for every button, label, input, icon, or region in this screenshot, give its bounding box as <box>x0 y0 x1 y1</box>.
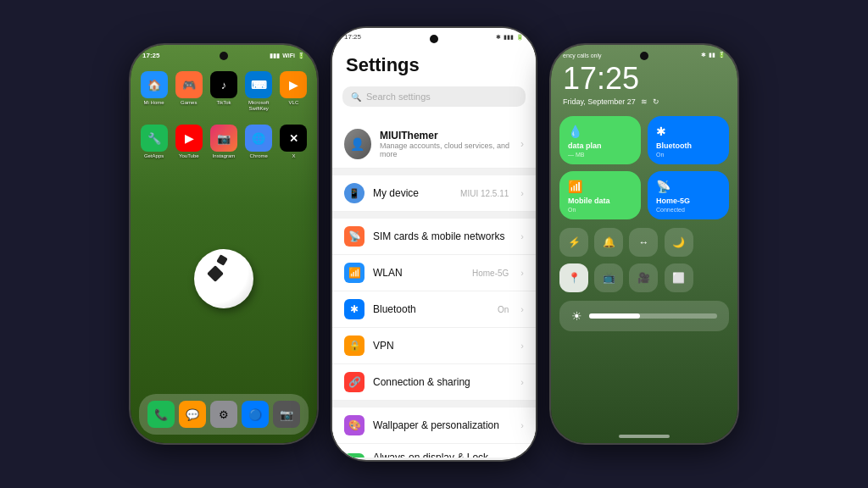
settings-title: Settings <box>332 44 536 81</box>
cc-tile-bluetooth[interactable]: ✱ Bluetooth On <box>648 116 729 164</box>
settings-screen: 17:25 ✱ ▮▮▮ 🔋 Settings 🔍 Search settings… <box>332 28 536 460</box>
app-youtube[interactable]: ▶ YouTube <box>174 125 203 159</box>
data-plan-sub: — MB <box>568 152 632 158</box>
settings-item-aod[interactable]: 🔆 Always-on display & Lock screen › <box>332 444 536 458</box>
settings-item-vpn[interactable]: 🔒 VPN › <box>332 328 536 364</box>
search-icon: 🔍 <box>351 92 361 102</box>
cc-refresh-icon[interactable]: ↻ <box>653 97 659 106</box>
profile-name: MIUIThemer <box>380 130 512 141</box>
brightness-bar[interactable] <box>589 313 717 319</box>
cc-tile-wifi[interactable]: 📡 Home-5G Connected <box>648 171 729 219</box>
device-item[interactable]: 📱 My device MIUI 12.5.11 › <box>332 175 536 212</box>
cc-screen-button[interactable]: 📺 <box>594 263 623 292</box>
cc-rotate-button[interactable]: ↔ <box>629 228 658 257</box>
app-swiftkey[interactable]: ⌨ Microsoft SwiftKey <box>244 71 274 111</box>
cc-time-display: 17:25 <box>551 60 737 97</box>
cc-media-buttons: 📍 📺 🎥 ⬜ <box>551 260 737 296</box>
cc-signal-text: ency calls only <box>563 53 602 58</box>
cc-dnd-button[interactable]: 🌙 <box>665 228 693 257</box>
app-icon-img: ▶ <box>280 71 307 98</box>
brightness-fill <box>589 313 640 319</box>
device-icon: 📱 <box>344 183 364 203</box>
sim-icon: 📡 <box>344 226 364 247</box>
sim-label: SIM cards & mobile networks <box>373 230 512 242</box>
wlan-icon: 📶 <box>344 263 364 283</box>
bluetooth-label: Bluetooth <box>373 303 489 315</box>
network-group: 📡 SIM cards & mobile networks › 📶 WLAN H… <box>332 219 536 401</box>
app-chrome[interactable]: 🌐 Chrome <box>244 125 274 159</box>
app-vlc[interactable]: ▶ VLC <box>279 71 309 111</box>
dock-messages[interactable]: 💬 <box>179 401 206 428</box>
cc-tile-data-plan[interactable]: 💧 data plan — MB <box>559 116 641 164</box>
cc-bluetooth-tile-sub: On <box>656 152 721 158</box>
wallpaper-icon: 🎨 <box>344 415 364 435</box>
settings-item-wlan[interactable]: 📶 WLAN Home-5G › <box>332 255 536 291</box>
app-games[interactable]: 🎮 Games <box>174 71 203 111</box>
data-plan-label: data plan <box>568 141 632 150</box>
app-icon-img: 🔧 <box>141 125 168 152</box>
wlan-value: Home-5G <box>472 269 509 278</box>
cc-bluetooth-icon: ✱ <box>701 52 706 58</box>
settings-item-connection[interactable]: 🔗 Connection & sharing › <box>332 364 536 401</box>
app-instagram[interactable]: 📷 Instagram <box>209 125 238 159</box>
app-icon-img: ♪ <box>210 71 237 98</box>
app-label: Chrome <box>250 153 268 159</box>
device-group: 📱 My device MIUI 12.5.11 › <box>332 175 536 212</box>
profile-item[interactable]: 👤 MIUIThemer Manage accounts, cloud serv… <box>332 120 536 169</box>
avatar: 👤 <box>344 129 371 159</box>
home-screen: 17:25 ▮▮▮ WiFi 🔋 🏠 Mi Home 🎮 Games ♪ Tik… <box>131 45 317 443</box>
soccer-ball-image <box>194 249 253 308</box>
dock-camera[interactable]: 📷 <box>273 401 300 428</box>
dock-phone[interactable]: 📞 <box>147 401 175 428</box>
home-time: 17:25 <box>142 52 159 59</box>
cc-location-button[interactable]: 📍 <box>559 263 588 292</box>
battery-icon: 🔋 <box>298 53 305 59</box>
device-chevron-icon: › <box>520 188 524 198</box>
profile-text: MIUIThemer Manage accounts, cloud servic… <box>380 130 512 158</box>
app-icon-img: 📷 <box>210 125 237 152</box>
device-label: My device <box>373 187 452 199</box>
app-x[interactable]: ✕ X <box>279 125 309 159</box>
bluetooth-icon: ✱ <box>344 299 364 319</box>
wallpaper-chevron-icon: › <box>520 420 524 430</box>
cc-bell-button[interactable]: 🔔 <box>594 228 623 257</box>
cc-quick-tiles: 💧 data plan — MB ✱ Bluetooth On 📶 Mobile… <box>551 111 737 225</box>
app-grid-row1: 🏠 Mi Home 🎮 Games ♪ TikTok ⌨ Microsoft S… <box>131 66 317 116</box>
aod-label: Always-on display & Lock screen <box>373 452 512 458</box>
phone-home: 17:25 ▮▮▮ WiFi 🔋 🏠 Mi Home 🎮 Games ♪ Tik… <box>131 45 317 443</box>
search-bar[interactable]: 🔍 Search settings <box>342 86 526 107</box>
cc-tile-mobile-data[interactable]: 📶 Mobile data On <box>559 171 641 219</box>
settings-item-wallpaper[interactable]: 🎨 Wallpaper & personalization › <box>332 408 536 444</box>
settings-item-sim[interactable]: 📡 SIM cards & mobile networks › <box>332 219 536 255</box>
dock-appstore[interactable]: 🔵 <box>242 401 269 428</box>
app-label: GetApps <box>144 153 164 159</box>
settings-item-bluetooth[interactable]: ✱ Bluetooth On › <box>332 291 536 328</box>
app-label: Microsoft SwiftKey <box>244 100 274 111</box>
dock-settings[interactable]: ⚙ <box>210 401 237 428</box>
vpn-icon: 🔒 <box>344 336 364 356</box>
app-mi-home[interactable]: 🏠 Mi Home <box>139 71 169 111</box>
app-label: VLC <box>289 100 299 106</box>
phone-settings: 17:25 ✱ ▮▮▮ 🔋 Settings 🔍 Search settings… <box>332 28 536 460</box>
mobile-data-label: Mobile data <box>568 197 632 205</box>
profile-subtitle: Manage accounts, cloud services, and mor… <box>380 141 512 158</box>
dock: 📞 💬 ⚙ 🔵 📷 <box>139 394 309 435</box>
cc-wifi-icon: 📡 <box>656 180 721 193</box>
cc-video-button[interactable]: 🎥 <box>629 263 658 292</box>
cc-settings-icon[interactable]: ≋ <box>641 97 648 106</box>
cc-brightness-control[interactable]: ☀ <box>559 301 729 331</box>
home-status-icons: ▮▮▮ WiFi 🔋 <box>270 53 305 59</box>
control-center-screen: ency calls only ✱ ▮▮ 🔋 17:25 Friday, Sep… <box>551 45 737 443</box>
cc-small-buttons: ⚡ 🔔 ↔ 🌙 <box>551 225 737 260</box>
front-camera-2 <box>430 35 438 43</box>
app-label: YouTube <box>179 153 199 159</box>
app-tiktok[interactable]: ♪ TikTok <box>209 71 238 111</box>
brightness-icon: ☀ <box>571 309 582 323</box>
cc-bluetooth-tile-icon: ✱ <box>656 125 721 138</box>
bluetooth-chevron-icon: › <box>520 304 524 314</box>
cc-screen2-button[interactable]: ⬜ <box>665 263 693 292</box>
cc-flash-button[interactable]: ⚡ <box>559 228 588 257</box>
wlan-chevron-icon: › <box>520 268 524 278</box>
app-getapps[interactable]: 🔧 GetApps <box>139 125 169 159</box>
vpn-label: VPN <box>373 340 512 352</box>
